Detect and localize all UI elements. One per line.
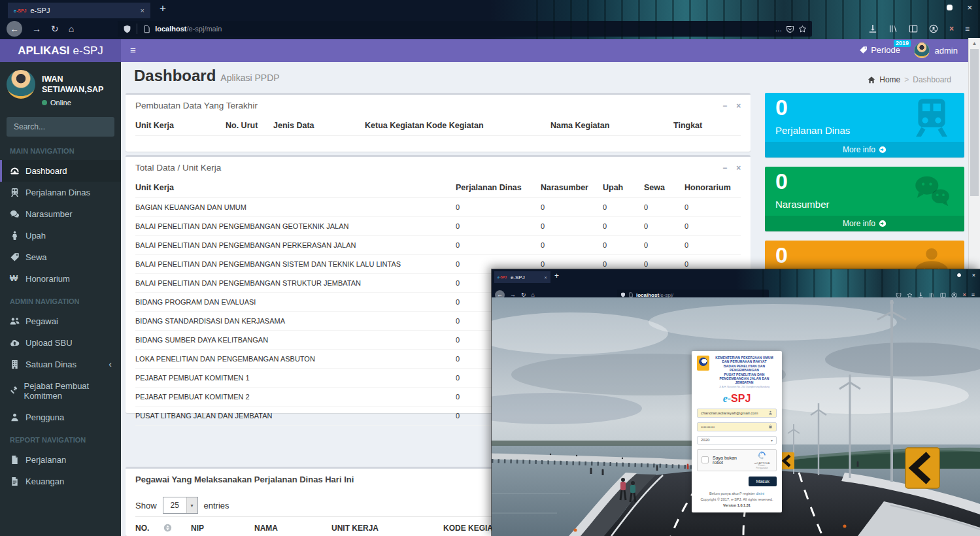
search-input[interactable] <box>7 117 114 137</box>
periode-menu[interactable]: 2019 Periode <box>859 45 900 55</box>
sidebar-item-dashboard[interactable]: Dashboard <box>0 160 121 182</box>
sidebar-item-label: Satuan Dinas <box>25 360 76 369</box>
sidebar-item-narasumber[interactable]: Narasumber <box>0 203 121 225</box>
sidebar-item-perjalanan[interactable]: Perjalanan <box>0 449 121 471</box>
url-bar[interactable]: localhost/e-spj/main … <box>118 21 812 37</box>
register-link[interactable]: disini <box>756 492 764 495</box>
browser-tab[interactable]: e-SPJ e-SPJ × <box>494 271 550 283</box>
login-button[interactable]: Masuk <box>749 477 777 486</box>
more-info-link[interactable]: More info <box>765 216 964 231</box>
year-select[interactable]: 2020 ▾ <box>697 436 777 444</box>
user-menu[interactable]: admin <box>914 42 958 58</box>
tag-icon <box>10 252 20 262</box>
sidebar-item-upah[interactable]: Upah <box>0 225 121 246</box>
close-button[interactable]: × <box>967 3 972 12</box>
recaptcha-icon <box>758 451 766 460</box>
collapse-icon[interactable]: − <box>722 163 727 173</box>
password-field[interactable]: •••••••••• <box>697 422 777 431</box>
column-header: Sewa <box>644 178 684 198</box>
column-header[interactable]: NO. <box>135 517 191 536</box>
breadcrumb-home[interactable]: Home <box>879 75 900 84</box>
sidebar-item-keuangan[interactable]: Keuangan <box>0 471 121 492</box>
scrollbar-thumb[interactable] <box>970 49 979 196</box>
column-header: Unit Kerja <box>135 178 456 198</box>
page-info-icon[interactable] <box>628 292 634 297</box>
restore-button[interactable] <box>947 5 953 10</box>
column-header: Tingkat <box>673 116 741 136</box>
tab-close-icon[interactable]: × <box>544 275 547 280</box>
infobox-value: 0 <box>775 95 788 120</box>
browser-toolbar: ← → ↻ ⌂ localhost/e-spj/main … <box>0 18 980 39</box>
scroll-up-icon[interactable]: ▲ <box>969 38 980 48</box>
tab-close-icon[interactable]: × <box>141 7 144 14</box>
pocket-icon[interactable] <box>786 25 794 33</box>
sidebar-item-pejabat-pembuat-komitmen[interactable]: Pejabat Pembuat Komitmen <box>0 375 121 407</box>
sidebar-toggle-icon[interactable] <box>909 24 918 33</box>
sort-icon[interactable] <box>163 524 172 532</box>
nav-section-label: REPORT NAVIGATION <box>0 428 121 449</box>
infobox-value: 0 <box>775 169 788 194</box>
page-info-icon[interactable] <box>143 25 151 33</box>
new-tab-button[interactable]: + <box>160 2 166 15</box>
train-icon <box>10 188 20 197</box>
browser-tab[interactable]: e-SPJ e-SPJ × <box>8 3 150 18</box>
menu-icon[interactable]: ≡ <box>965 24 970 33</box>
building-icon <box>10 360 20 369</box>
panel-title: Total Data / Unit Kerja <box>135 163 221 173</box>
users-icon <box>10 316 20 326</box>
unit-kerja-cell: BALAI PENELITIAN DAN PENGEMBANGAN STRUKT… <box>135 274 456 293</box>
org-line: BADAN PENELITIAN DAN PENGEMBANGAN <box>712 364 777 373</box>
sidebar-item-sewa[interactable]: Sewa <box>0 246 121 268</box>
unit-kerja-cell: LOKA PENELITIAN DAN PENGEMBANGAN ASBUTON <box>135 350 456 369</box>
user-status[interactable]: Online <box>42 99 114 107</box>
sidebar-item-label: Upah <box>25 231 46 241</box>
bookmark-star-icon[interactable] <box>798 25 807 33</box>
sidebar-item-pengguna[interactable]: Pengguna <box>0 407 121 428</box>
sidebar-item-satuan-dinas[interactable]: Satuan Dinas‹ <box>0 354 121 375</box>
column-header: Honorarium <box>684 178 741 198</box>
sidebar-item-perjalanan-dinas[interactable]: Perjalanan Dinas <box>0 182 121 203</box>
page-size-select[interactable]: 25 ▾ <box>163 497 198 514</box>
sidebar-item-honorarium[interactable]: ₩Honorarium <box>0 268 121 290</box>
column-header[interactable]: NAMA <box>254 517 331 536</box>
more-info-link[interactable]: More info <box>765 142 964 158</box>
train-icon <box>908 96 955 139</box>
account-icon[interactable] <box>929 24 938 33</box>
remove-icon[interactable]: × <box>736 101 741 110</box>
new-tab-button[interactable]: + <box>554 271 559 280</box>
file-icon <box>10 455 20 465</box>
reload-button[interactable]: ↻ <box>51 24 59 34</box>
column-header[interactable]: NIP <box>191 517 254 536</box>
sidebar-item-upload-sbu[interactable]: Upload SBU <box>0 332 121 354</box>
app-brand[interactable]: APLIKASI e-SPJ <box>0 39 121 62</box>
remove-icon[interactable]: × <box>736 163 741 173</box>
email-field[interactable]: chandrarusdiansyah@gmail.com <box>697 409 777 418</box>
column-header: Unit Kerja <box>135 116 226 136</box>
unit-kerja-cell: BIDANG STANDARDISASI DAN KERJASAMA <box>135 312 456 331</box>
org-line: PUSAT PENELITIAN DAN PENGEMBANGAN JALAN … <box>712 373 777 385</box>
downloads-icon[interactable] <box>868 24 877 33</box>
sidebar-collapse-icon[interactable]: ≡ <box>130 44 136 56</box>
page-actions-icon[interactable]: … <box>775 25 782 33</box>
collapse-icon[interactable]: − <box>722 101 727 110</box>
column-header[interactable]: UNIT KERJA <box>331 517 443 536</box>
shield-icon[interactable] <box>620 292 626 297</box>
column-header: Ketua Kegiatan <box>365 116 426 136</box>
recaptcha-label: Saya bukan robot <box>713 456 748 465</box>
shield-icon[interactable] <box>123 25 131 33</box>
unit-kerja-cell: PUSAT LITBANG JALAN DAN JEMBATAN <box>135 407 456 426</box>
sidebar-item-label: Pegawai <box>25 316 58 326</box>
sidebar-item-pegawai[interactable]: Pegawai <box>0 310 121 332</box>
library-icon[interactable] <box>888 24 898 33</box>
periode-badge: 2019 <box>894 40 911 47</box>
forward-button[interactable]: → <box>32 24 41 34</box>
home-button[interactable]: ⌂ <box>69 24 74 34</box>
chevron-down-icon: ▾ <box>771 438 773 443</box>
recaptcha-terms-link[interactable]: Privasi - Persyaratan <box>752 465 772 469</box>
value-cell: 0 <box>541 198 603 217</box>
extension-x-icon[interactable]: × <box>949 24 954 33</box>
infobox-value: 0 <box>775 243 788 268</box>
close-button[interactable]: × <box>972 272 975 278</box>
back-button[interactable]: ← <box>7 21 22 37</box>
recaptcha-checkbox[interactable] <box>701 456 709 463</box>
